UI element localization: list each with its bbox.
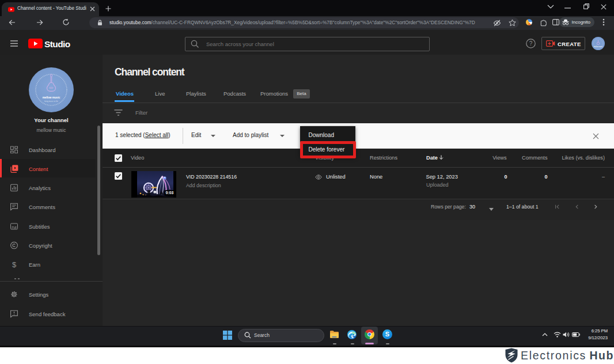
svg-text:mellow music: mellow music [594,46,603,48]
svg-text:bring music to life: bring music to life [44,100,58,103]
svg-text:?: ? [529,40,533,47]
svg-text:$: $ [12,261,17,268]
svg-text:mellow music: mellow music [43,96,60,99]
